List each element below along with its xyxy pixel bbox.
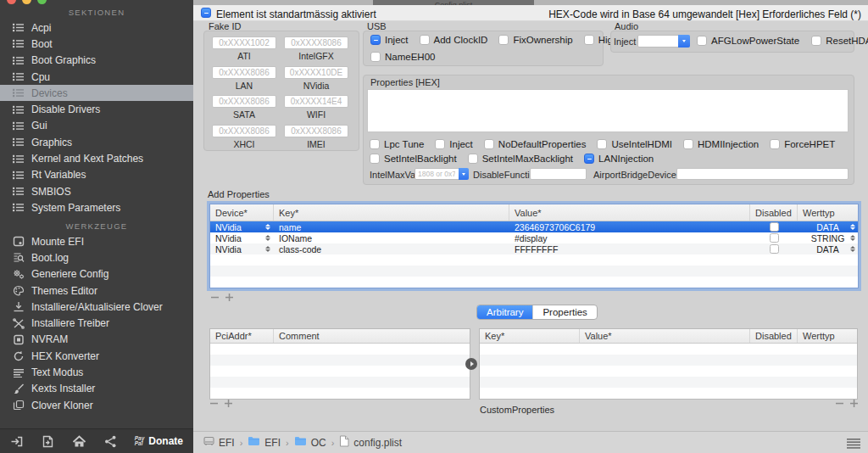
sidebar-item-devices[interactable]: Devices — [0, 85, 193, 101]
add-row-button[interactable] — [225, 294, 233, 301]
column-header-key[interactable]: Key* — [480, 329, 580, 343]
property-row[interactable]: NVidiaclass-codeFFFFFFFFDATA — [210, 243, 858, 254]
hdmiinjection-checkbox[interactable] — [683, 139, 693, 149]
menu-icon[interactable] — [847, 439, 860, 449]
device-stepper[interactable] — [265, 235, 270, 242]
property-row[interactable]: NVidiaIOName#displaySTRING — [210, 232, 858, 243]
sidebar-tool-mounte-efi[interactable]: Mounte EFI — [0, 233, 193, 249]
checkbox-nameeh00[interactable]: NameEH00 — [370, 52, 435, 62]
tab-arbitrary[interactable]: Arbitrary — [477, 305, 532, 319]
add-clockid-checkbox[interactable] — [420, 35, 430, 45]
sidebar-tool-clover-kloner[interactable]: Clover Kloner — [0, 397, 193, 413]
audio-inject-select[interactable] — [637, 35, 690, 48]
fakeid-intelgfx-input[interactable] — [284, 36, 348, 49]
disabled-checkbox[interactable] — [770, 233, 779, 243]
sidebar-item-system-parameters[interactable]: System Parameters — [0, 199, 193, 215]
properties-hex-textarea[interactable] — [367, 89, 849, 132]
column-header-comment[interactable]: Comment — [274, 329, 470, 343]
inject-checkbox[interactable] — [370, 35, 381, 45]
sidebar-tool-text-modus[interactable]: Text Modus — [0, 364, 193, 380]
checkbox-fixownership[interactable]: FixOwnership — [498, 35, 572, 45]
werttyp-stepper[interactable] — [850, 246, 855, 253]
disabled-checkbox[interactable] — [770, 222, 779, 232]
sidebar-item-disable-drivers[interactable]: Disable Drivers — [0, 101, 193, 117]
useintelhdmi-checkbox[interactable] — [597, 139, 607, 149]
pci-table[interactable]: PciAddr*Comment — [209, 328, 470, 400]
intel-max-value-select[interactable]: 1808 or 0x710 — [415, 168, 469, 180]
checkbox-lpc-tune[interactable]: Lpc Tune — [370, 139, 424, 149]
sidebar-item-acpi[interactable]: Acpi — [0, 20, 193, 36]
sidebar-item-smbios[interactable]: SMBIOS — [0, 183, 193, 199]
sidebar-item-boot-graphics[interactable]: Boot Graphics — [0, 53, 193, 69]
remove-row-button[interactable] — [211, 294, 219, 301]
checkbox-hdmiinjection[interactable]: HDMIInjection — [683, 139, 759, 149]
column-header-pciaddr[interactable]: PciAddr* — [210, 329, 274, 343]
column-header-werttyp[interactable]: Werttyp — [798, 329, 857, 343]
add-properties-table[interactable]: Device*Key*Value*DisabledWerttypNVidiana… — [209, 204, 859, 288]
fakeid-lan-input[interactable] — [212, 66, 276, 79]
checkbox-afglowpowerstate[interactable]: AFGLowPowerState — [697, 36, 799, 46]
sidebar-tool-kexts-installer[interactable]: Kexts Installer — [0, 381, 193, 397]
checkbox-inject[interactable]: Inject — [435, 139, 473, 149]
nameeh00-checkbox[interactable] — [370, 52, 381, 62]
tab-properties[interactable]: Properties — [532, 305, 596, 319]
lpc-tune-checkbox[interactable] — [370, 139, 380, 149]
remove-row-button[interactable] — [210, 400, 218, 407]
sidebar-tool-hex-konverter[interactable]: HEX Konverter — [0, 348, 193, 364]
sidebar-tool-generiere-config[interactable]: Generiere Config — [0, 266, 193, 282]
custom-properties-table[interactable]: Key*Value*DisabledWerttyp — [479, 328, 858, 400]
fakeid-nvidia-input[interactable] — [284, 66, 348, 79]
sidebar-tool-installiere-aktualisiere-clover[interactable]: Installiere/Aktualisiere Clover — [0, 299, 193, 315]
column-header-disabled[interactable]: Disabled — [750, 204, 798, 221]
sidebar-item-rt-variables[interactable]: Rt Variables — [0, 167, 193, 183]
sidebar-tool-nvram[interactable]: NVRAM — [0, 332, 193, 348]
checkbox-useintelhdmi[interactable]: UseIntelHDMI — [597, 139, 672, 149]
column-header-werttyp[interactable]: Werttyp — [798, 204, 858, 221]
sidebar-item-cpu[interactable]: Cpu — [0, 69, 193, 85]
sidebar-tool-installiere-treiber[interactable]: Installiere Treiber — [0, 315, 193, 331]
fakeid-imei-input[interactable] — [284, 125, 348, 137]
nodefaultproperties-checkbox[interactable] — [484, 139, 494, 149]
werttyp-stepper[interactable] — [850, 224, 855, 231]
checkbox-inject[interactable]: Inject — [370, 35, 409, 45]
fakeid-wifi-input[interactable] — [284, 95, 348, 108]
export-doc-icon[interactable] — [42, 435, 54, 448]
disable-functions-input[interactable] — [530, 168, 587, 180]
forcehpet-checkbox[interactable] — [770, 139, 780, 149]
home-icon[interactable] — [72, 435, 86, 448]
fakeid-ati-input[interactable] — [212, 36, 276, 49]
remove-row-button[interactable] — [836, 400, 843, 407]
share-icon[interactable] — [104, 435, 117, 448]
setintelbacklight-checkbox[interactable] — [370, 154, 380, 164]
donate-button[interactable]: Pay Pal Donate — [135, 435, 183, 447]
laninjection-checkbox[interactable] — [584, 154, 594, 164]
afglowpowerstate-checkbox[interactable] — [697, 36, 707, 46]
checkbox-nodefaultproperties[interactable]: NoDefaultProperties — [484, 139, 587, 149]
sidebar-item-gui[interactable]: Gui — [0, 118, 193, 134]
checkbox-setintelbacklight[interactable]: SetIntelBacklight — [370, 154, 457, 164]
add-row-button[interactable] — [225, 400, 232, 407]
checkbox-forcehpet[interactable]: ForceHPET — [770, 139, 835, 149]
fakeid-xhci-input[interactable] — [212, 125, 276, 137]
resethda-checkbox[interactable] — [811, 36, 821, 46]
werttyp-stepper[interactable] — [850, 235, 855, 242]
column-header-device[interactable]: Device* — [210, 204, 274, 221]
device-stepper[interactable] — [265, 224, 270, 231]
checkbox-laninjection[interactable]: LANInjection — [584, 154, 654, 164]
add-row-button[interactable] — [850, 400, 858, 407]
setintelmaxbacklight-checkbox[interactable] — [468, 154, 478, 164]
column-header-value[interactable]: Value* — [509, 204, 750, 221]
sidebar-item-kernel-and-kext-patches[interactable]: Kernel and Kext Patches — [0, 150, 193, 166]
fakeid-sata-input[interactable] — [212, 95, 276, 108]
column-header-value[interactable]: Value* — [580, 329, 750, 343]
inject-checkbox[interactable] — [435, 139, 445, 149]
checkbox-resethda[interactable]: ResetHDA — [811, 36, 868, 46]
window-zoom-button[interactable] — [37, 0, 47, 4]
checkbox-add-clockid[interactable]: Add ClockID — [420, 35, 488, 45]
default-enabled-checkbox[interactable] — [201, 8, 211, 18]
sidebar-tool-boot-log[interactable]: Boot.log — [0, 249, 193, 266]
device-stepper[interactable] — [265, 246, 270, 253]
column-header-disabled[interactable]: Disabled — [750, 329, 798, 343]
checkbox-setintelmaxbacklight[interactable]: SetIntelMaxBacklight — [468, 154, 573, 164]
sidebar-item-graphics[interactable]: Graphics — [0, 134, 193, 150]
